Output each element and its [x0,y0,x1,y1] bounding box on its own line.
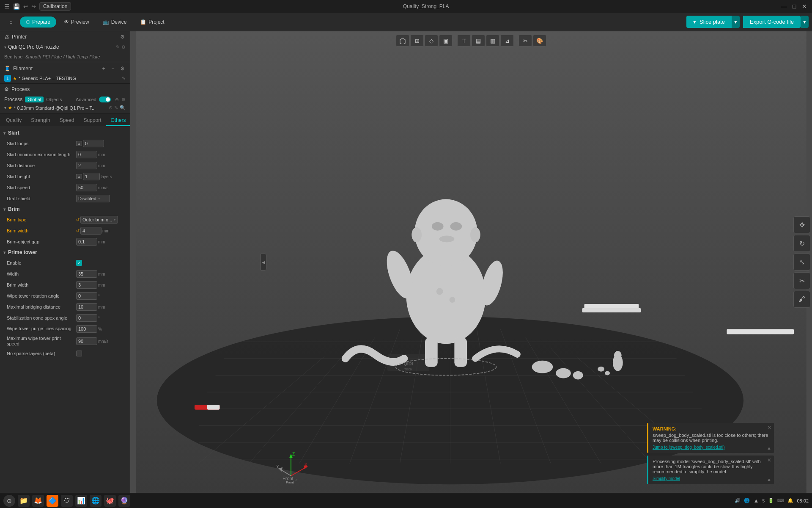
skirt-height-input[interactable] [83,173,100,180]
brim-width2-input[interactable] [76,281,97,289]
process-copy-icon[interactable]: ⊕ [115,97,119,102]
skirt-min-extrusion-input[interactable] [76,151,97,158]
edit-printer-icon[interactable]: ✎ [116,44,120,50]
max-bridge-input[interactable] [76,303,97,311]
export-gcode-button[interactable]: Export G-code file [743,16,801,28]
view-side-button[interactable]: ▥ [486,35,499,47]
search-preset-icon[interactable]: 🔍 [120,105,126,110]
view-top-button[interactable]: ⊤ [457,35,471,47]
brim-width-input[interactable] [80,227,102,235]
taskbar-files-app[interactable]: 📁 [18,495,30,507]
prepare-button[interactable]: ⬡ Prepare [20,17,56,28]
minimize-button[interactable]: — [781,3,787,10]
preset-name[interactable]: * 0.20mm Standard @Qidi Q1 Pro – T... [14,105,107,110]
export-dropdown-button[interactable]: ▾ [801,16,809,28]
stab-cone-input[interactable] [76,314,97,322]
taskbar-firefox-app[interactable]: 🦊 [32,495,44,507]
scroll-up-icon[interactable]: ▲ [767,445,771,450]
filament-name[interactable]: * Generic PLA+ – TESTING [19,76,120,81]
menu-icon[interactable]: ☰ [4,3,10,10]
info-link[interactable]: Simplify model [653,476,680,481]
skirt-section-header[interactable]: ▾ Skirt [0,128,130,138]
remove-filament-icon[interactable]: − [110,66,116,72]
taskbar-shield-app[interactable]: 🛡 [61,495,73,507]
project-button[interactable]: 📋 Project [134,17,170,28]
view-3d-button[interactable] [396,35,409,47]
warning-close-button[interactable]: ✕ [767,425,771,431]
warning-link[interactable]: Jump to (sweep_dog_body_scaled.stl) [653,445,725,450]
tab-speed[interactable]: Speed [55,115,79,126]
purge-spacing-input[interactable] [76,325,97,333]
view-front-button[interactable]: ▤ [472,35,485,47]
brim-width-reset-icon[interactable]: ↺ [76,229,80,233]
maximize-button[interactable]: □ [791,3,798,10]
rotate-tool-button[interactable]: ↻ [793,235,810,252]
tab-quality[interactable]: Quality [2,115,26,126]
taskbar-browser-app[interactable]: 🌐 [90,495,102,507]
cut-tool-button[interactable]: ✂ [793,272,810,289]
view-iso-button[interactable]: ⊿ [500,35,514,47]
brim-section-header[interactable]: ▾ Brim [0,204,130,214]
device-button[interactable]: 📺 Device [97,17,133,28]
paint-tool-button[interactable]: 🖌 [793,291,810,308]
taskbar-monitor-app[interactable]: 📊 [75,495,87,507]
prime-tower-section-header[interactable]: ▾ Prime tower [0,247,130,257]
taskbar-start-button[interactable]: ⊙ [3,495,15,507]
no-sparse-checkbox[interactable] [76,351,82,356]
width-input[interactable] [76,270,97,278]
view-cut-button[interactable]: ✂ [518,35,532,47]
wipe-rotation-input[interactable] [76,292,97,300]
objects-tab[interactable]: Objects [46,97,62,102]
view-color-button[interactable]: 🎨 [533,35,546,47]
slice-plate-button[interactable]: ▾ Slice plate [686,16,732,28]
save-icon[interactable]: 💾 [13,3,20,10]
skirt-loops-input[interactable] [83,140,104,147]
process-more-icon[interactable]: ⚙ [121,97,126,102]
skirt-speed-input[interactable] [76,184,97,191]
brim-object-gap-input[interactable] [76,238,97,246]
draft-shield-dropdown[interactable]: Disabled ▾ [76,195,110,202]
info-close-button[interactable]: ✕ [767,457,771,463]
printer-settings-icon[interactable]: ⚙ [119,34,126,40]
skirt-loops-up[interactable]: ▲ [76,141,82,146]
viewport[interactable]: ⊞ ◇ ▣ ⊤ ▤ ▥ ⊿ ✂ 🎨 [130,31,812,493]
enable-checkbox[interactable]: ✓ [76,260,82,266]
printer-name-text[interactable]: Qidi Q1 Pro 0.4 nozzle [8,44,114,50]
brim-type-reset-icon[interactable]: ↺ [76,218,80,222]
taskbar-git-app[interactable]: 🐙 [104,495,116,507]
printer-more-icon[interactable]: ⚙ [121,44,126,50]
tab-strength[interactable]: Strength [27,115,54,126]
move-tool-button[interactable]: ✥ [793,216,810,233]
global-tab[interactable]: Global [25,97,44,102]
slice-dropdown-button[interactable]: ▾ [732,16,740,28]
scale-tool-button[interactable]: ⤡ [793,254,810,271]
tab-support[interactable]: Support [79,115,105,126]
skirt-distance-input[interactable] [76,162,97,169]
home-button[interactable]: ⌂ [3,17,18,28]
preset-expand-icon[interactable]: ▾ [4,105,6,110]
skirt-height-up[interactable]: ▲ [76,174,82,179]
collapse-panel-toggle[interactable]: ◀ [261,254,266,271]
view-render-button[interactable]: ▣ [439,35,453,47]
view-wireframe-button[interactable]: ◇ [425,35,438,47]
max-wipe-speed-input[interactable] [76,337,97,345]
preview-button[interactable]: 👁 Preview [58,17,95,28]
bed-type-value[interactable]: Smooth PEI Plate / High Temp Plate [25,54,100,59]
edit-preset-icon[interactable]: ✎ [114,105,118,110]
copy-preset-icon[interactable]: ⊙ [109,105,112,110]
close-button[interactable]: ✕ [801,3,808,10]
undo-icon[interactable]: ↩ [23,3,28,10]
taskbar-app8[interactable]: 🔮 [118,495,130,507]
brim-type-dropdown[interactable]: Outer brim o... ▾ [80,216,118,224]
filament-settings-icon[interactable]: ⚙ [119,66,126,72]
tab-others[interactable]: Others [106,115,130,126]
printer-expand-icon[interactable]: ▾ [4,45,6,50]
advanced-toggle[interactable] [99,97,111,102]
scroll-up-icon-2[interactable]: ▲ [767,477,771,482]
edit-filament-icon[interactable]: ✎ [122,76,126,81]
view-grid-button[interactable]: ⊞ [410,35,424,47]
add-filament-icon[interactable]: + [100,66,107,72]
calibration-menu[interactable]: Calibration [39,2,71,11]
taskbar-blender-app[interactable]: 🔷 [47,495,58,507]
redo-icon[interactable]: ↪ [31,3,36,10]
